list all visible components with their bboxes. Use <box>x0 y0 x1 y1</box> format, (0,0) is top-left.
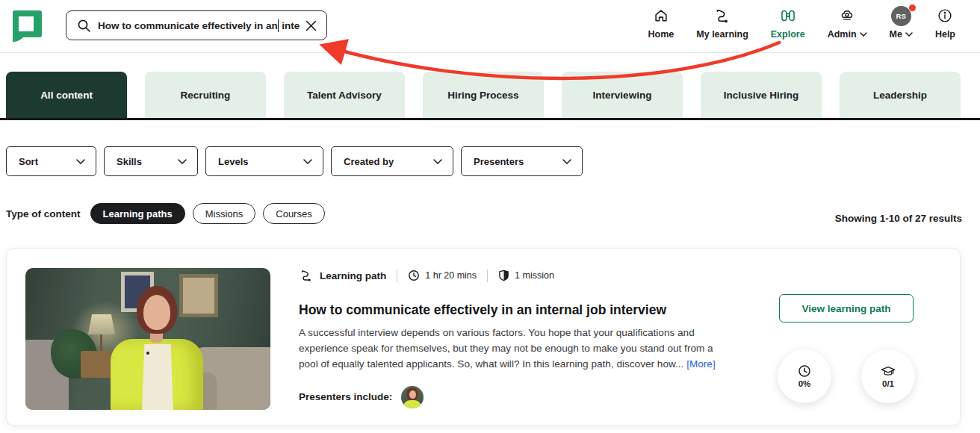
content-type-label: Learning path <box>320 270 386 281</box>
binoculars-icon <box>779 6 797 25</box>
x-close-icon <box>305 19 317 32</box>
chevron-down-icon <box>178 159 187 164</box>
results-summary: Showing 1-10 of 27 results <box>835 204 962 224</box>
search-input[interactable]: How to communicate effectively in an int… <box>66 10 327 40</box>
avatar-initials: RS <box>896 12 906 20</box>
type-of-content-row: Type of content Learning paths Missions … <box>6 202 962 225</box>
filter-label: Presenters <box>474 156 524 167</box>
search-icon <box>77 19 91 33</box>
brand-logo-icon[interactable] <box>7 7 46 44</box>
mission-shield-icon <box>498 270 509 281</box>
header-divider <box>0 52 980 53</box>
card-description: A successful interview depends on variou… <box>299 325 735 373</box>
clock-icon <box>798 364 811 378</box>
presenter-avatar[interactable] <box>401 386 424 408</box>
thumbnail-image[interactable] <box>25 268 270 410</box>
mission-count-label: 1 mission <box>515 270 554 281</box>
content-type-pill-courses[interactable]: Courses <box>263 203 324 224</box>
separator <box>397 270 397 282</box>
filter-label: Skills <box>117 156 142 167</box>
tab-talent-advisory[interactable]: Talent Advisory <box>284 72 405 118</box>
winding-path-icon <box>713 6 731 25</box>
chevron-down-icon <box>433 159 442 164</box>
nav-item-me[interactable]: RS Me <box>878 6 924 40</box>
content-type-pill-missions[interactable]: Missions <box>193 203 256 224</box>
info-circle-icon <box>937 6 953 25</box>
chevron-down-icon <box>76 159 85 164</box>
tab-inclusive-hiring[interactable]: Inclusive Hiring <box>701 72 822 118</box>
nav-item-home[interactable]: Home <box>637 6 686 40</box>
search-text-after: inte <box>279 20 300 31</box>
clock-icon <box>408 270 420 281</box>
time-progress-circle: 0% <box>778 349 831 403</box>
tab-leadership[interactable]: Leadership <box>840 72 961 118</box>
top-bar: How to communicate effectively in an int… <box>0 0 980 52</box>
description-text: A successful interview depends on variou… <box>299 327 713 370</box>
chevron-down-icon <box>860 32 867 37</box>
filter-bar: Sort Skills Levels Created by Presenters <box>6 146 583 176</box>
filter-presenters-dropdown[interactable]: Presenters <box>461 146 583 176</box>
nav-item-help[interactable]: Help <box>924 6 967 40</box>
tab-hiring-process[interactable]: Hiring Process <box>423 72 544 118</box>
nav-label: My learning <box>696 29 748 40</box>
notification-dot <box>909 4 916 11</box>
mission-progress-circle: 0/1 <box>861 349 915 403</box>
tab-underline <box>0 118 980 120</box>
nav-item-admin[interactable]: Admin <box>816 6 878 40</box>
graduation-cap-icon <box>880 365 896 378</box>
nav-item-explore[interactable]: Explore <box>760 6 816 40</box>
filter-label: Levels <box>218 156 248 167</box>
nav-label: Admin <box>828 29 857 40</box>
picture-frame <box>179 274 218 317</box>
presenters-row: Presenters include: <box>299 386 747 408</box>
separator <box>487 270 488 282</box>
primary-nav: Home My learning <box>637 6 967 46</box>
filter-created-by-dropdown[interactable]: Created by <box>331 146 453 176</box>
time-progress-value: 0% <box>798 379 811 388</box>
view-learning-path-button[interactable]: View learning path <box>779 294 914 323</box>
duration-label: 1 hr 20 mins <box>425 270 477 281</box>
home-icon <box>653 6 669 25</box>
explore-page: How to communicate effectively in an int… <box>0 0 980 433</box>
chevron-down-icon <box>562 159 571 164</box>
clear-search-button[interactable] <box>303 18 319 34</box>
filter-levels-dropdown[interactable]: Levels <box>205 146 323 176</box>
tab-interviewing[interactable]: Interviewing <box>562 72 683 118</box>
result-card: Learning path 1 hr 20 mins 1 mission <box>6 248 961 426</box>
tab-recruiting[interactable]: Recruiting <box>145 72 266 118</box>
chevron-down-icon <box>905 32 913 37</box>
nav-label: Help <box>935 29 955 40</box>
more-link[interactable]: [More] <box>686 358 716 370</box>
nav-label: Me <box>890 29 902 40</box>
type-of-content-label: Type of content <box>6 208 81 219</box>
filter-sort-dropdown[interactable]: Sort <box>6 146 96 176</box>
presenters-label: Presenters include: <box>299 391 392 402</box>
category-tabs: All content Recruiting Talent Advisory H… <box>6 72 961 118</box>
tab-all-content[interactable]: All content <box>6 72 127 118</box>
card-meta-row: Learning path 1 hr 20 mins 1 mission <box>299 268 747 283</box>
avatar: RS <box>891 6 911 25</box>
chevron-down-icon <box>303 159 312 164</box>
filter-label: Created by <box>344 156 394 167</box>
learning-path-icon <box>299 269 314 282</box>
mission-progress-value: 0/1 <box>882 379 894 388</box>
nav-label: Home <box>648 29 674 40</box>
filter-skills-dropdown[interactable]: Skills <box>104 146 198 176</box>
content-type-pill-learning-paths[interactable]: Learning paths <box>90 203 185 224</box>
filter-label: Sort <box>19 156 38 167</box>
admin-crown-icon <box>838 6 856 25</box>
card-title[interactable]: How to communicate effectively in an int… <box>299 302 747 318</box>
nav-label: Explore <box>771 29 805 40</box>
search-text: How to communicate effectively in an <box>98 20 278 31</box>
nav-item-my-learning[interactable]: My learning <box>685 6 759 40</box>
